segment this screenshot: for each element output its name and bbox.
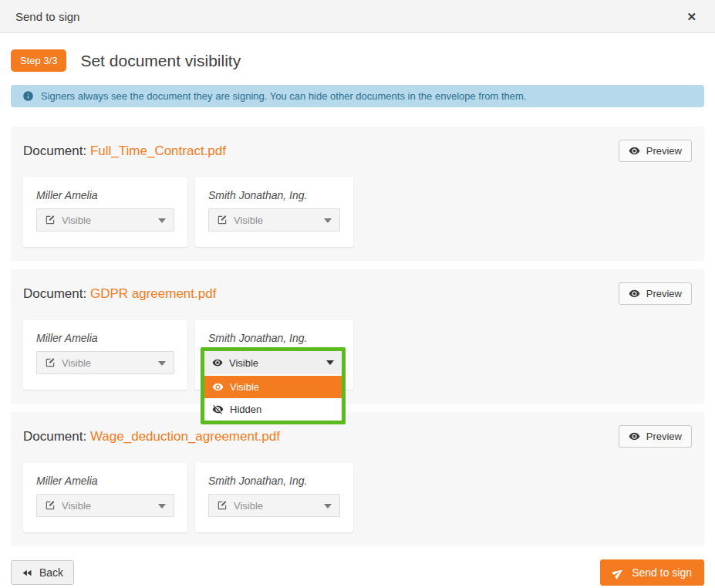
visibility-dropdown-open: Visible Visible Hidden — [201, 347, 346, 424]
menu-item-visible[interactable]: Visible — [204, 376, 342, 398]
signer-name: Miller Amelia — [36, 332, 174, 344]
document-filename: GDPR agreement.pdf — [90, 286, 216, 301]
preview-button[interactable]: Preview — [619, 282, 692, 305]
signer-card: Smith Jonathan, Ing. Visible — [195, 463, 353, 532]
page-title: Set document visibility — [80, 52, 241, 70]
modal-title: Send to sign — [15, 10, 79, 23]
visibility-select-open[interactable]: Visible — [204, 351, 342, 374]
visibility-select[interactable]: Visible — [208, 494, 340, 517]
document-title: Document: Full_Time_Contract.pdf — [23, 144, 226, 159]
eye-off-icon — [212, 404, 224, 415]
close-icon[interactable]: ✕ — [683, 8, 700, 25]
signer-card: Miller Amelia Visible — [23, 463, 187, 532]
info-banner-text: Signers always see the document they are… — [41, 90, 526, 102]
document-section-gdpr-agreement: Document: GDPR agreement.pdf Preview Mil… — [11, 269, 704, 404]
eye-icon — [212, 381, 224, 393]
chevron-down-icon — [326, 360, 334, 365]
document-label: Document: — [23, 144, 86, 158]
signer-name: Smith Jonathan, Ing. — [208, 189, 340, 201]
signer-card: Smith Jonathan, Ing. Visible Visible — [195, 320, 353, 390]
wizard-header: Step 3/3 Set document visibility — [11, 49, 704, 72]
document-sign-icon — [45, 500, 56, 511]
signer-card: Miller Amelia Visible — [23, 320, 187, 390]
visibility-select[interactable]: Visible — [208, 208, 340, 231]
paper-plane-icon — [610, 565, 626, 581]
signer-name: Smith Jonathan, Ing. — [208, 475, 340, 487]
chevron-down-icon — [158, 361, 166, 366]
document-section-wage-deduction: Document: Wage_deduction_agreement.pdf P… — [11, 412, 704, 546]
eye-icon — [629, 288, 640, 299]
signer-card: Miller Amelia Visible — [23, 177, 187, 247]
chevron-down-icon — [158, 504, 166, 509]
eye-icon — [212, 357, 223, 368]
document-sign-icon — [217, 500, 228, 511]
visibility-select[interactable]: Visible — [36, 494, 174, 517]
document-sign-icon — [217, 215, 228, 225]
chevron-down-icon — [324, 504, 332, 509]
double-left-arrow-icon — [22, 567, 33, 579]
document-section-full-time-contract: Document: Full_Time_Contract.pdf Preview… — [11, 127, 704, 261]
step-badge: Step 3/3 — [11, 49, 66, 72]
visibility-select[interactable]: Visible — [36, 208, 174, 231]
document-label: Document: — [23, 429, 86, 444]
eye-icon — [629, 431, 640, 442]
document-label: Document: — [23, 286, 86, 301]
back-button[interactable]: Back — [11, 560, 74, 585]
document-filename: Wage_deduction_agreement.pdf — [90, 429, 280, 444]
document-title: Document: GDPR agreement.pdf — [23, 286, 216, 302]
document-sign-icon — [45, 215, 56, 225]
document-filename: Full_Time_Contract.pdf — [90, 144, 226, 158]
chevron-down-icon — [324, 218, 332, 223]
menu-item-hidden[interactable]: Hidden — [204, 398, 342, 421]
signer-name: Miller Amelia — [36, 189, 174, 201]
info-icon — [22, 90, 34, 102]
modal-footer: Back Send to sign — [0, 559, 715, 586]
document-sign-icon — [45, 357, 56, 368]
visibility-options-menu: Visible Hidden — [204, 376, 342, 421]
signer-name: Smith Jonathan, Ing. — [208, 332, 340, 344]
send-to-sign-button[interactable]: Send to sign — [600, 559, 704, 586]
preview-button[interactable]: Preview — [619, 425, 692, 448]
signer-name: Miller Amelia — [36, 475, 174, 487]
preview-button[interactable]: Preview — [619, 140, 692, 162]
document-title: Document: Wage_deduction_agreement.pdf — [23, 429, 280, 444]
modal-header: Send to sign ✕ — [0, 0, 715, 33]
chevron-down-icon — [158, 218, 166, 223]
visibility-select[interactable]: Visible — [36, 351, 174, 374]
signer-card: Smith Jonathan, Ing. Visible — [195, 177, 353, 247]
eye-icon — [629, 145, 640, 157]
info-banner: Signers always see the document they are… — [11, 85, 704, 107]
